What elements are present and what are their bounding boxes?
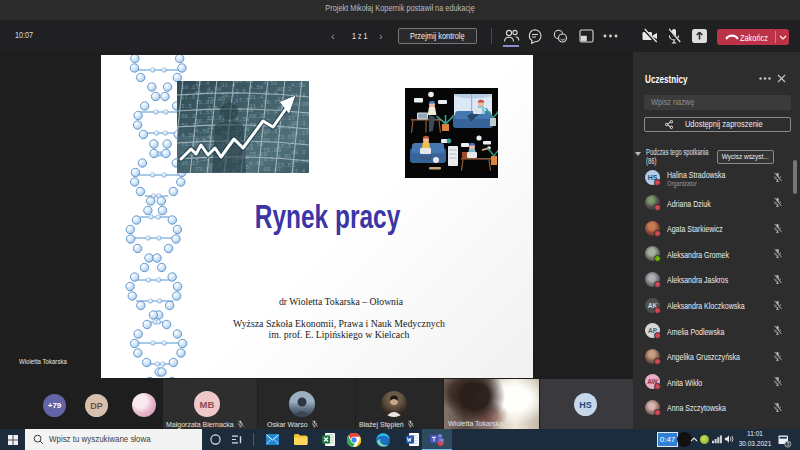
svg-text:3: 3	[786, 441, 789, 447]
svg-text:3.5: 3.5	[181, 103, 192, 110]
svg-text:4.58: 4.58	[249, 84, 264, 91]
svg-text:66.2: 66.2	[249, 113, 264, 120]
svg-text:80.3: 80.3	[291, 149, 306, 156]
svg-text:4.58: 4.58	[207, 86, 222, 93]
svg-text:66.2: 66.2	[263, 137, 278, 144]
svg-text:3.5: 3.5	[263, 156, 274, 163]
svg-text:17.5: 17.5	[277, 143, 292, 150]
svg-text:66.2: 66.2	[181, 113, 196, 120]
svg-text:80.3: 80.3	[291, 120, 306, 127]
svg-text:10.17: 10.17	[291, 130, 309, 137]
svg-text:4.58: 4.58	[291, 82, 306, 89]
svg-text:8.91: 8.91	[249, 160, 264, 167]
svg-text:3.5: 3.5	[207, 105, 218, 112]
svg-text:17.5: 17.5	[235, 97, 250, 104]
svg-text:4.58: 4.58	[263, 81, 278, 87]
svg-text:21.4: 21.4	[263, 90, 278, 97]
svg-text:21.4: 21.4	[249, 94, 264, 101]
